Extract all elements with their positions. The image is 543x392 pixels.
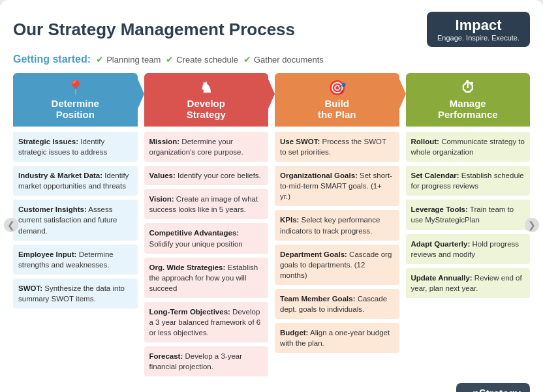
col-wrap-determine-position: 📍DeterminePositionStrategic Issues: Iden… — [13, 73, 138, 376]
col-icon-develop-strategy: ♞ — [200, 80, 213, 97]
impact-title: Impact — [437, 17, 520, 34]
list-item: Competitive Advantages: Solidify your un… — [144, 223, 269, 253]
gs-documents-label: Gather documents — [254, 55, 324, 65]
col-header-develop-strategy: ♞DevelopStrategy — [144, 73, 269, 127]
list-item: Department Goals: Cascade org goals to d… — [275, 245, 399, 285]
col-header-manage-performance: ⏱ManagePerformance — [406, 73, 531, 127]
col-title-determine-position: DeterminePosition — [52, 98, 99, 120]
list-item: Adapt Quarterly: Hold progress reviews a… — [406, 234, 531, 264]
check-icon-3: ✔ — [243, 54, 251, 65]
columns-container: ❮ 📍DeterminePositionStrategic Issues: Id… — [13, 73, 530, 376]
col-items-develop-strategy: Mission: Determine your organization's c… — [144, 132, 269, 376]
col-items-determine-position: Strategic Issues: Identify strategic iss… — [13, 132, 138, 309]
col-wrap-manage-performance: ⏱ManagePerformanceRollout: Communicate s… — [406, 73, 531, 376]
col-icon-determine-position: 📍 — [67, 80, 84, 97]
getting-started-bar: Getting started: ✔ Planning team ✔ Creat… — [13, 53, 530, 65]
list-item: Update Annually: Review end of year, pla… — [406, 268, 531, 298]
list-item: Employee Input: Determine strengths and … — [13, 245, 138, 275]
gs-planning-label: Planning team — [106, 55, 161, 65]
list-item: Team Member Goals: Cascade dept. goals t… — [275, 289, 399, 319]
list-item: Vision: Create an image of what success … — [144, 189, 269, 219]
col-items-manage-performance: Rollout: Communicate strategy to whole o… — [406, 132, 531, 298]
list-item: Set Calendar: Establish schedule for pro… — [406, 166, 531, 196]
check-icon-2: ✔ — [166, 54, 174, 65]
list-item: SWOT: Synthesize the data into summary S… — [13, 279, 138, 309]
impact-subtitle: Engage. Inspire. Execute. — [437, 34, 520, 42]
gs-item-schedule: ✔ Create schedule — [166, 54, 238, 65]
list-item: Organizational Goals: Set short-to-mid-t… — [275, 166, 399, 206]
list-item: Values: Identify your core beliefs. — [144, 166, 269, 185]
logo-circle: ● — [465, 388, 472, 392]
list-item: Long-Term Objectives: Develop a 3 year b… — [144, 302, 269, 342]
col-header-build-the-plan: 🎯Buildthe Plan — [275, 73, 399, 127]
impact-box: Impact Engage. Inspire. Execute. — [427, 12, 530, 47]
col-header-determine-position: 📍DeterminePosition — [13, 73, 138, 127]
nav-arrow-right[interactable]: ❯ — [525, 218, 539, 232]
col-icon-manage-performance: ⏱ — [461, 80, 475, 97]
col-icon-build-the-plan: 🎯 — [328, 80, 346, 97]
list-item: Forecast: Develop a 3-year financial pro… — [144, 346, 269, 376]
getting-started-label: Getting started: — [13, 53, 91, 65]
list-item: Budget: Align a one-year budget with the… — [275, 323, 399, 353]
col-wrap-develop-strategy: ♞DevelopStrategyMission: Determine your … — [144, 73, 269, 376]
gs-schedule-label: Create schedule — [176, 55, 238, 65]
list-item: Org. Wide Strategies: Establish the appr… — [144, 258, 269, 298]
col-title-develop-strategy: DevelopStrategy — [187, 98, 226, 120]
list-item: Customer Insights: Assess current satisf… — [13, 200, 138, 240]
col-wrap-build-the-plan: 🎯Buildthe PlanUse SWOT: Process the SWOT… — [275, 73, 399, 376]
col-title-manage-performance: ManagePerformance — [438, 98, 498, 120]
nav-arrow-left[interactable]: ❮ — [4, 218, 18, 232]
list-item: Use SWOT: Process the SWOT to set priori… — [275, 132, 399, 162]
col-title-build-the-plan: Buildthe Plan — [318, 98, 356, 120]
process-columns: 📍DeterminePositionStrategic Issues: Iden… — [13, 73, 530, 376]
page-title: Our Strategy Management Process — [13, 20, 295, 40]
list-item: Industry & Market Data: Identify market … — [13, 166, 138, 196]
list-item: Leverage Tools: Train team to use MyStra… — [406, 200, 531, 230]
list-item: KPIs: Select key performance indicators … — [275, 210, 399, 240]
list-item: Mission: Determine your organization's c… — [144, 132, 269, 162]
list-item: Rollout: Communicate strategy to whole o… — [406, 132, 531, 162]
page-footer: ● nStrategy — [13, 383, 530, 392]
check-icon-1: ✔ — [96, 54, 104, 65]
col-items-build-the-plan: Use SWOT: Process the SWOT to set priori… — [275, 132, 399, 353]
gs-item-documents: ✔ Gather documents — [243, 54, 324, 65]
gs-item-planning: ✔ Planning team — [96, 54, 161, 65]
page-header: Our Strategy Management Process Impact E… — [13, 12, 530, 47]
onstrategy-logo: ● nStrategy — [456, 383, 530, 392]
logo-text: nStrategy — [473, 388, 521, 392]
list-item: Strategic Issues: Identify strategic iss… — [13, 132, 138, 162]
